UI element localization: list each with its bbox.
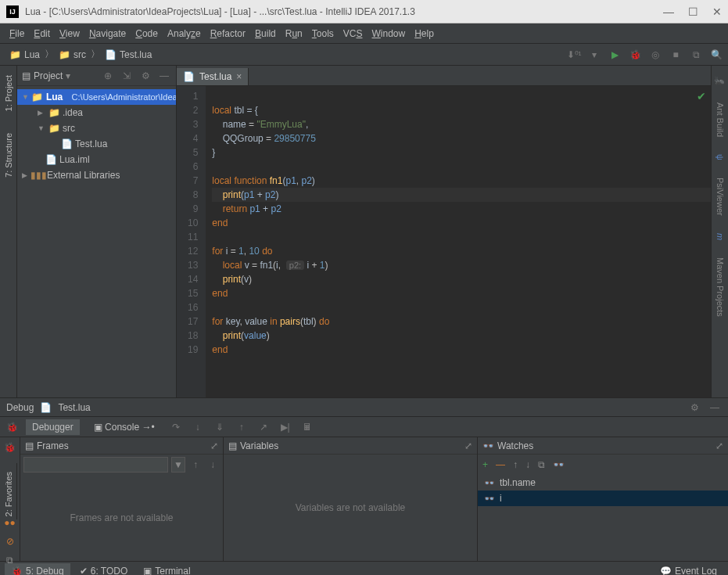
collapse-all-icon[interactable]: ⇲	[120, 69, 134, 83]
watch-item[interactable]: 👓i	[478, 491, 728, 506]
chevron-down-icon[interactable]: ▼	[22, 93, 29, 101]
tab-debugger[interactable]: Debugger	[26, 419, 80, 435]
bottom-tab-debug[interactable]: 🐞5: Debug	[5, 563, 70, 576]
menu-navigate[interactable]: Navigate	[84, 26, 131, 41]
settings-icon[interactable]: ⚙	[138, 69, 152, 83]
maximize-button[interactable]: ☐	[688, 5, 698, 18]
inlay-hint: p2:	[286, 261, 304, 270]
next-frame-icon[interactable]: ↓	[206, 458, 220, 472]
menu-window[interactable]: Window	[367, 26, 410, 41]
close-button[interactable]: ✕	[712, 5, 722, 18]
remove-watch-icon[interactable]: —	[496, 459, 505, 470]
console-icon: ▣	[94, 422, 102, 433]
editor-tab-testlua[interactable]: 📄 Test.lua ×	[177, 68, 249, 85]
tool-tab-project[interactable]: 1: Project	[2, 70, 15, 116]
pin-icon[interactable]: ⤢	[464, 440, 472, 451]
tree-idea[interactable]: ▶ 📁 .idea	[17, 105, 176, 120]
step-into-icon[interactable]: ↓	[191, 420, 205, 434]
tool-tab-psi[interactable]: ψ	[714, 149, 726, 165]
tab-console[interactable]: ▣ Console →•	[88, 419, 161, 435]
tool-tab-psi-label[interactable]: PsiViewer	[714, 173, 726, 221]
menu-help[interactable]: Help	[410, 26, 439, 41]
breadcrumb-file[interactable]: 📄Test.lua	[100, 48, 156, 62]
hide-icon[interactable]: —	[157, 69, 171, 83]
minimize-button[interactable]: —	[663, 5, 674, 18]
rerun-icon[interactable]: 🐞	[4, 442, 16, 453]
tool-tab-ant-label[interactable]: Ant Build	[714, 98, 726, 142]
close-tab-icon[interactable]: ×	[236, 71, 242, 82]
menu-refactor[interactable]: Refactor	[206, 26, 250, 41]
pin-icon[interactable]: ⤢	[210, 440, 218, 451]
menu-build[interactable]: Build	[250, 26, 281, 41]
tree-external-libraries[interactable]: ▶ ▮▮▮ External Libraries	[17, 167, 176, 183]
coverage-button[interactable]: ◎	[648, 48, 662, 62]
line-gutter[interactable]: 12345678910111213141516171819	[177, 86, 206, 397]
dropdown-icon[interactable]: ▾	[66, 70, 70, 81]
code-content[interactable]: local tbl = { name = "EmmyLua", QQGroup …	[206, 86, 711, 397]
chevron-down-icon[interactable]: ▼	[38, 124, 45, 132]
select-run-config[interactable]: ▾	[587, 48, 601, 62]
file-icon: 📄	[61, 138, 72, 149]
structure-button[interactable]: ⧉	[689, 48, 703, 62]
bottom-tab-eventlog[interactable]: 💬Event Log	[654, 563, 723, 576]
debug-target: Test.lua	[58, 402, 90, 413]
bottom-tab-terminal[interactable]: ▣Terminal	[137, 563, 196, 576]
stop-button[interactable]: ■	[669, 48, 683, 62]
breadcrumb-src[interactable]: 📁src	[54, 48, 91, 62]
watch-down-icon[interactable]: ↓	[525, 459, 530, 470]
thread-combo[interactable]	[23, 457, 168, 473]
add-watch-icon[interactable]: +	[482, 459, 488, 470]
tool-tab-favorites[interactable]: 2: Favorites	[4, 472, 13, 516]
force-step-into-icon[interactable]: ⇓	[213, 420, 227, 434]
run-to-cursor-icon[interactable]: ▶|	[278, 420, 292, 434]
tree-src[interactable]: ▼ 📁 src	[17, 120, 176, 136]
pin-icon[interactable]: ⤢	[715, 440, 723, 451]
menu-analyze[interactable]: Analyze	[163, 26, 206, 41]
show-watches-icon[interactable]: 👓	[553, 459, 565, 470]
tool-tab-maven-icon[interactable]: m	[714, 228, 726, 245]
menu-code[interactable]: Code	[131, 26, 163, 41]
step-over-icon[interactable]: ↷	[169, 420, 183, 434]
tree-luaiml[interactable]: 📄 Lua.iml	[17, 152, 176, 167]
eventlog-icon: 💬	[660, 566, 672, 576]
project-panel-title[interactable]: Project	[34, 70, 63, 81]
menu-edit[interactable]: Edit	[29, 26, 55, 41]
menu-vcs[interactable]: VCS	[339, 26, 368, 41]
frames-panel: ▤Frames⤢ ▼ ↑ ↓ Frames are not available	[20, 437, 224, 561]
project-tree[interactable]: ▼ 📁 Lua C:\Users\Administrator\IdeaProje…	[17, 86, 176, 186]
mute-breakpoints-icon[interactable]: ⊘	[6, 536, 14, 547]
tree-testlua[interactable]: 📄 Test.lua	[17, 136, 176, 152]
watch-up-icon[interactable]: ↑	[513, 459, 518, 470]
scroll-to-source-icon[interactable]: ⊕	[101, 69, 115, 83]
bug-icon: 🐞	[11, 566, 23, 576]
navigation-bar: 📁Lua 〉 📁src 〉 📄Test.lua ⬇⁰¹ ▾ ▶ 🐞 ◎ ■ ⧉ …	[0, 44, 728, 66]
watch-item[interactable]: 👓tbl.name	[478, 475, 728, 491]
duplicate-watch-icon[interactable]: ⧉	[538, 459, 545, 470]
terminal-icon: ▣	[143, 566, 152, 576]
bottom-tab-todo[interactable]: ✔6: TODO	[74, 563, 134, 576]
drop-frame-icon[interactable]: ↗	[256, 420, 271, 434]
make-button[interactable]: ⬇⁰¹	[567, 48, 581, 62]
frames-icon: ▤	[25, 440, 34, 451]
menu-file[interactable]: File	[5, 26, 29, 41]
prev-frame-icon[interactable]: ↑	[188, 458, 203, 472]
hide-icon[interactable]: —	[708, 401, 722, 415]
settings-icon[interactable]: ⚙	[687, 401, 701, 415]
menu-tools[interactable]: Tools	[307, 26, 339, 41]
tool-tab-structure[interactable]: 7: Structure	[2, 128, 15, 182]
run-button[interactable]: ▶	[608, 48, 622, 62]
menu-view[interactable]: View	[55, 26, 84, 41]
evaluate-icon[interactable]: 🖩	[300, 420, 314, 434]
step-out-icon[interactable]: ↑	[235, 420, 249, 434]
tool-tab-ant[interactable]: 🐜	[713, 70, 726, 90]
debug-button[interactable]: 🐞	[628, 48, 642, 62]
chevron-right-icon[interactable]: ▶	[38, 109, 45, 117]
search-everywhere-button[interactable]: 🔍	[709, 48, 723, 62]
breadcrumb-lua[interactable]: 📁Lua	[5, 48, 45, 62]
chevron-right-icon[interactable]: ▶	[22, 171, 30, 179]
tool-tab-maven[interactable]: Maven Projects	[714, 253, 726, 322]
code-area[interactable]: ✔ 12345678910111213141516171819 local tb…	[177, 86, 711, 397]
tree-root[interactable]: ▼ 📁 Lua C:\Users\Administrator\IdeaProje…	[17, 89, 176, 105]
combo-dropdown-icon[interactable]: ▼	[171, 457, 185, 473]
menu-run[interactable]: Run	[281, 26, 307, 41]
